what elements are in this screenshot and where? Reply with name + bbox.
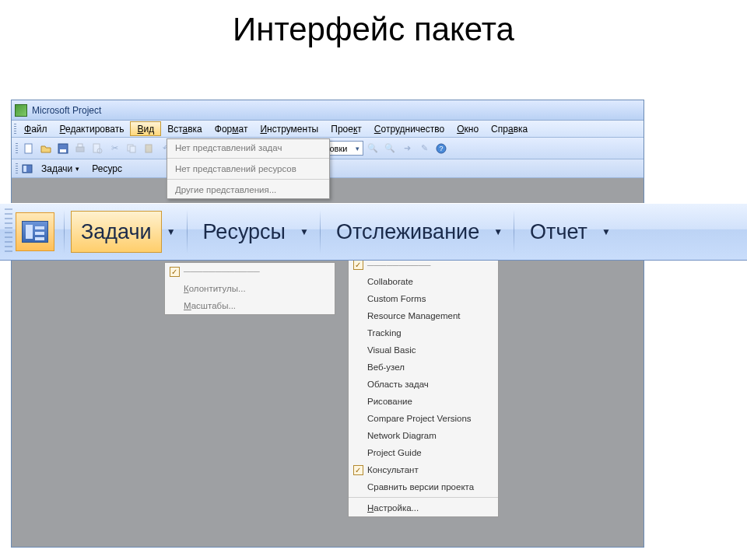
view-dropdown: Нет представлений задач Нет представлени… xyxy=(167,138,330,199)
tb-taskpane[interactable]: Область задач xyxy=(349,376,498,393)
guide-report-dropdown[interactable]: ▼ xyxy=(597,211,615,253)
chevron-down-icon: ▼ xyxy=(167,226,176,237)
checkbox-checked-icon: ✓ xyxy=(170,267,180,277)
svg-rect-3 xyxy=(76,147,84,152)
guide-tasks-btn[interactable]: Задачи ▾ xyxy=(35,161,86,177)
tb-tracking[interactable]: Tracking xyxy=(349,324,498,341)
checkbox-checked-icon: ✓ xyxy=(353,465,363,475)
zoom-out-icon[interactable]: 🔍 xyxy=(365,141,381,156)
tb-compare-versions[interactable]: Сравнить версии проекта xyxy=(349,478,498,495)
menu-tools[interactable]: Инструменты xyxy=(254,121,324,137)
tb-compare[interactable]: Compare Project Versions xyxy=(349,410,498,427)
preview-icon[interactable] xyxy=(89,141,105,156)
project-guide-bar: Задачи ▼ Ресурсы ▼ Отслеживание ▼ Отчет … xyxy=(0,203,747,261)
divider xyxy=(167,158,329,159)
svg-rect-5 xyxy=(93,144,100,152)
chevron-down-icon: ▼ xyxy=(493,226,503,237)
guide-bar-grip-icon[interactable] xyxy=(5,208,12,255)
divider xyxy=(167,179,329,180)
svg-rect-0 xyxy=(25,144,32,153)
divider xyxy=(514,210,514,254)
menu-project[interactable]: Проект xyxy=(324,121,368,137)
wizard-icon[interactable]: ✎ xyxy=(416,141,432,156)
svg-rect-13 xyxy=(23,166,26,172)
chevron-down-icon: ▼ xyxy=(300,226,309,237)
help-icon[interactable]: ? xyxy=(433,141,449,156)
tb-custom-forms[interactable]: Custom Forms xyxy=(349,290,498,307)
tb-project-guide[interactable]: Project Guide xyxy=(349,444,498,461)
pane-icon xyxy=(22,221,48,243)
menu-insert[interactable]: Вставка xyxy=(161,121,209,137)
svg-rect-4 xyxy=(78,144,82,147)
tb-web[interactable]: Веб-узел xyxy=(349,359,498,376)
guide-resources-dropdown[interactable]: ▼ xyxy=(295,211,314,253)
svg-rect-9 xyxy=(146,145,152,152)
copy-icon[interactable] xyxy=(124,141,139,156)
view-dd-other[interactable]: Другие представления... xyxy=(167,181,329,198)
tb-consultant[interactable]: ✓Консультант xyxy=(349,461,498,478)
menu-view[interactable]: Вид xyxy=(130,121,161,136)
menubar-grip-icon[interactable] xyxy=(12,121,18,137)
menu-collab[interactable]: Сотрудничество xyxy=(368,121,451,137)
tb-drawing[interactable]: Рисование xyxy=(349,393,498,410)
slide-title: Интерфейс пакета xyxy=(0,0,747,54)
cut-icon[interactable]: ✂ xyxy=(107,141,122,156)
menu-edit[interactable]: Редактировать xyxy=(54,121,131,137)
guide-resources-btn[interactable]: Ресурс xyxy=(86,161,128,177)
guide-pane-toggle[interactable] xyxy=(16,212,54,251)
guide-tasks-dropdown[interactable]: ▼ xyxy=(162,211,181,253)
toolbar-grip-icon[interactable] xyxy=(13,143,19,154)
divider xyxy=(349,497,498,498)
tb-customize[interactable]: Настройка... xyxy=(349,499,498,516)
view-dd-noresources[interactable]: Нет представлений ресурсов xyxy=(167,160,329,177)
chevron-down-icon: ▼ xyxy=(601,226,611,237)
divider xyxy=(64,210,65,254)
svg-rect-8 xyxy=(130,146,135,152)
view-sub-zoom[interactable]: Масштабы... xyxy=(165,297,335,314)
divider xyxy=(320,210,321,254)
divider xyxy=(187,210,188,254)
menubar: Файл Редактировать Вид Вставка Формат Ин… xyxy=(12,121,644,138)
tb-collaborate[interactable]: Collaborate xyxy=(349,273,498,290)
guide-tracking-dropdown[interactable]: ▼ xyxy=(489,211,507,253)
menu-window[interactable]: Окно xyxy=(451,121,485,137)
menu-format[interactable]: Формат xyxy=(209,121,254,137)
menu-file[interactable]: Файл xyxy=(18,121,54,137)
titlebar: Microsoft Project xyxy=(12,100,644,121)
svg-rect-2 xyxy=(60,149,66,152)
tb-network[interactable]: Network Diagram xyxy=(349,427,498,444)
app-icon xyxy=(15,104,27,117)
view-sub-headers-footers[interactable]: Колонтитулы... xyxy=(165,280,335,297)
guide-grip-icon[interactable] xyxy=(13,163,19,174)
guide-report-button[interactable]: Отчет xyxy=(521,211,597,253)
guide-view-icon[interactable] xyxy=(19,161,35,177)
guide-tasks-button[interactable]: Задачи xyxy=(71,211,162,253)
zoom-in-icon[interactable]: 🔍 xyxy=(382,141,398,156)
guide-resources-button[interactable]: Ресурсы xyxy=(194,211,295,253)
save-icon[interactable] xyxy=(55,141,71,156)
tb-resource-mgmt[interactable]: Resource Management xyxy=(349,307,498,324)
paste-icon[interactable] xyxy=(141,141,156,156)
view-submenu: ✓ ──────────── Колонтитулы... Масштабы..… xyxy=(164,262,335,315)
print-icon[interactable] xyxy=(72,141,88,156)
tb-visual-basic[interactable]: Visual Basic xyxy=(349,341,498,359)
menu-help[interactable]: Справка xyxy=(485,121,534,137)
svg-text:?: ? xyxy=(439,145,443,152)
view-dd-notasks[interactable]: Нет представлений задач xyxy=(167,139,329,156)
toolbars-dropdown: ✓────────── Collaborate Custom Forms Res… xyxy=(348,255,499,517)
goto-icon[interactable]: ➜ xyxy=(399,141,415,156)
checkbox-checked-icon: ✓ xyxy=(353,260,363,270)
app-title: Microsoft Project xyxy=(32,105,101,116)
view-sub-header[interactable]: ✓ ──────────── xyxy=(165,263,335,280)
guide-tracking-button[interactable]: Отслеживание xyxy=(327,211,489,253)
new-icon[interactable] xyxy=(21,141,37,156)
open-icon[interactable] xyxy=(38,141,54,156)
